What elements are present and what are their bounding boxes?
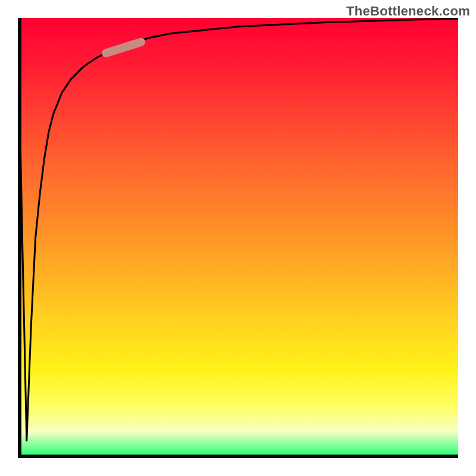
y-axis	[18, 18, 21, 458]
watermark-text: TheBottleneck.com	[346, 4, 470, 19]
plot-gradient-background	[18, 18, 458, 458]
chart-container: TheBottleneck.com	[0, 0, 476, 476]
x-axis	[18, 455, 458, 458]
